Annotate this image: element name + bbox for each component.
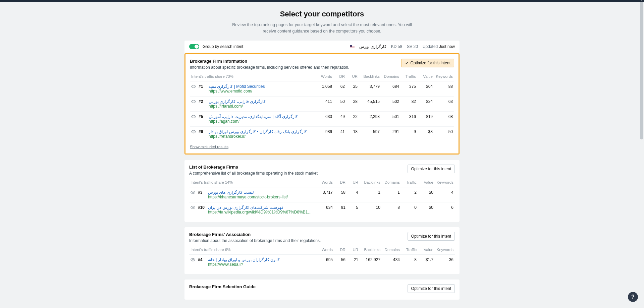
controls-bar: Group by search intent کارگزاری بورس KD … xyxy=(184,41,460,53)
cell-words: 3,717 xyxy=(316,187,334,202)
cell-ur: 25 xyxy=(346,81,359,96)
cell-traffic: 375 xyxy=(400,81,417,96)
help-button[interactable]: ? xyxy=(628,292,638,302)
svg-point-1 xyxy=(193,101,194,103)
col-backlinks: Backlinks xyxy=(360,245,382,255)
result-url-link[interactable]: https://irfarabi.com/ xyxy=(209,104,314,109)
intent-traffic-share: Intent's traffic share 73% xyxy=(190,72,315,81)
optimize-for-intent-button[interactable]: Optimize for this intent xyxy=(408,284,455,293)
cell-backlinks[interactable]: 1 xyxy=(360,187,382,202)
intent-group-desc: A comprehensive list of all brokerage fi… xyxy=(189,171,319,176)
competitor-table: Intent's traffic share 73%WordsDRURBackl… xyxy=(190,72,454,141)
result-url-link[interactable]: https://khanesarmaye.com/stock-brokers-l… xyxy=(208,195,314,199)
rank: #4 xyxy=(197,254,207,269)
exclude-toggle-eye-icon[interactable] xyxy=(191,114,196,119)
exclude-toggle-eye-icon[interactable] xyxy=(191,84,196,89)
optimize-for-intent-button[interactable]: Optimize for this intent xyxy=(408,232,455,241)
cell-keywords[interactable]: 68 xyxy=(434,111,454,126)
cell-dr: 50 xyxy=(333,96,346,111)
svg-point-0 xyxy=(193,86,194,87)
cell-backlinks[interactable]: 3,779 xyxy=(359,81,381,96)
rank: #2 xyxy=(197,96,207,111)
result-url-link[interactable]: https://www.emofid.com/ xyxy=(209,89,314,94)
scrollbar-track[interactable]: ▲ xyxy=(639,2,644,305)
intent-group-card: List of Brokerage FirmsA comprehensive l… xyxy=(184,160,460,222)
cell-dr: 58 xyxy=(334,187,347,202)
exclude-toggle-eye-icon[interactable] xyxy=(191,205,195,210)
cell-words: 986 xyxy=(315,126,333,141)
cell-keywords[interactable]: 50 xyxy=(434,126,454,141)
kd-metric: KD 58 xyxy=(391,44,402,49)
exclude-toggle-eye-icon[interactable] xyxy=(191,257,195,262)
cell-words: 1,058 xyxy=(315,81,333,96)
cell-domains[interactable]: 501 xyxy=(381,111,400,126)
rank: #5 xyxy=(197,111,207,126)
svg-point-4 xyxy=(192,192,194,193)
show-excluded-link[interactable]: Show excluded results xyxy=(190,145,228,149)
cell-domains[interactable]: 434 xyxy=(382,254,401,269)
cell-keywords[interactable]: 6 xyxy=(435,202,455,217)
col-domains: Domains xyxy=(381,72,400,81)
intent-group-card: Brokerage Firm Selection GuideOptimize f… xyxy=(184,280,460,300)
cell-words: 630 xyxy=(315,111,333,126)
result-url-link[interactable]: https://fa.wikipedia.org/wiki/%D9%81%D9%… xyxy=(208,210,314,214)
cell-backlinks[interactable]: 45,515 xyxy=(359,96,381,111)
col-keywords: Keywords xyxy=(435,245,455,255)
cell-keywords[interactable]: 4 xyxy=(435,187,455,202)
cell-backlinks[interactable]: 2,298 xyxy=(359,111,381,126)
cell-words: 634 xyxy=(316,202,334,217)
result-title-link[interactable]: لیست کارگزاری های بورس xyxy=(208,190,314,195)
result-title-link[interactable]: کانون کارگزاران بورس و اوراق بهادار | خا… xyxy=(208,257,314,262)
exclude-toggle-eye-icon[interactable] xyxy=(191,190,195,195)
cell-dr: 49 xyxy=(333,111,346,126)
cell-value: $0 xyxy=(418,202,435,217)
cell-keywords[interactable]: 88 xyxy=(434,81,454,96)
sv-metric: SV 20 xyxy=(407,44,418,49)
cell-keywords[interactable]: 63 xyxy=(434,96,454,111)
result-url-link[interactable]: https://agah.com/ xyxy=(209,119,314,124)
col-value: Value xyxy=(418,178,435,187)
cell-backlinks[interactable]: 597 xyxy=(359,126,381,141)
cell-value: $24 xyxy=(417,96,434,111)
rank: #10 xyxy=(197,202,207,217)
cell-domains[interactable]: 8 xyxy=(382,202,401,217)
cell-value: $64 xyxy=(417,81,434,96)
exclude-toggle-eye-icon[interactable] xyxy=(191,129,196,134)
cell-domains[interactable]: 1 xyxy=(382,187,401,202)
cell-domains[interactable]: 291 xyxy=(381,126,400,141)
svg-point-6 xyxy=(192,259,194,261)
col-backlinks: Backlinks xyxy=(359,72,381,81)
result-url-link[interactable]: https://www.seba.ir/ xyxy=(208,262,314,267)
cell-backlinks[interactable]: 162,927 xyxy=(360,254,382,269)
cell-backlinks[interactable]: 10 xyxy=(360,202,382,217)
col-domains: Domains xyxy=(382,245,401,255)
cell-keywords[interactable]: 36 xyxy=(435,254,455,269)
col-dr: DR xyxy=(334,245,347,255)
intent-group-title: Brokerage Firm Selection Guide xyxy=(189,284,256,289)
cell-traffic: 82 xyxy=(400,96,417,111)
result-title-link[interactable]: فهرست شرکت‌های کارگزاری بورس در ایران xyxy=(208,205,314,210)
cell-domains[interactable]: 684 xyxy=(381,81,400,96)
result-url-link[interactable]: https://refahbroker.ir/ xyxy=(209,134,314,139)
group-by-intent-toggle[interactable] xyxy=(189,44,199,49)
svg-point-2 xyxy=(193,116,194,118)
competitor-table: Intent's traffic share 9%WordsDRURBackli… xyxy=(189,245,455,269)
result-title-link[interactable]: کارگزاری فارابی، کارگزاری بورس xyxy=(209,99,314,104)
table-row: #10فهرست شرکت‌های کارگزاری بورس در ایران… xyxy=(189,202,455,217)
optimize-for-intent-button[interactable]: Optimize for this intent xyxy=(401,59,454,67)
exclude-toggle-eye-icon[interactable] xyxy=(191,99,196,104)
col-words: Words xyxy=(316,178,334,187)
cell-value: $0 xyxy=(418,187,435,202)
scrollbar-thumb[interactable] xyxy=(640,2,643,139)
intent-group-title: Brokerage Firms' Association xyxy=(189,232,321,237)
intent-group-title: Brokerage Firm Information xyxy=(190,59,349,64)
rank: #6 xyxy=(197,126,207,141)
table-row: #4کانون کارگزاران بورس و اوراق بهادار | … xyxy=(189,254,455,269)
result-title-link[interactable]: کارگزاری مفید | Mofid Securities xyxy=(209,84,314,89)
cell-words: 411 xyxy=(315,96,333,111)
cell-domains[interactable]: 502 xyxy=(381,96,400,111)
cell-dr: 56 xyxy=(334,254,347,269)
result-title-link[interactable]: کارگزاری آگاه | سرمایه‌گذاری، مدیریت دار… xyxy=(209,114,314,119)
result-title-link[interactable]: کارگزاری بانک رفاه کارگران • کارگزاری بو… xyxy=(209,129,314,134)
optimize-for-intent-button[interactable]: Optimize for this intent xyxy=(408,165,455,173)
